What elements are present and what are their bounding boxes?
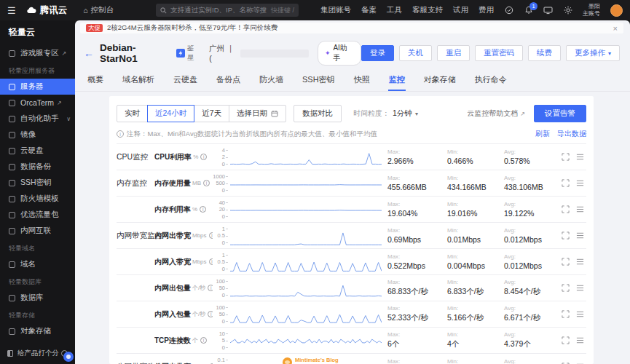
search-input[interactable]: 支持通过实例ID、IP、名称等搜索资源 快捷键 / [156, 4, 299, 17]
navbar-item[interactable]: 费用 [479, 5, 494, 15]
sidebar-item-image[interactable]: 镜像 [0, 127, 75, 143]
stat-min: Min:4个 [441, 331, 498, 349]
tab-8[interactable]: 监控 [388, 71, 406, 91]
expand-chart-icon[interactable] [562, 205, 570, 213]
range-button[interactable]: 近7天 [194, 105, 229, 122]
sparkline-chart[interactable] [230, 226, 382, 246]
sparkline-chart[interactable] [230, 252, 382, 272]
range-button[interactable]: 选择日期 [229, 105, 286, 122]
info-icon[interactable]: i [208, 311, 213, 317]
feedback-fab-button[interactable] [63, 352, 74, 362]
circle-check-icon[interactable] [504, 6, 513, 15]
navbar-item[interactable]: 客服支持 [412, 5, 443, 15]
sparkline-chart[interactable]: Mintimate's Blogmintimate.cn [230, 357, 382, 364]
export-data-link[interactable]: 导出数据 [557, 129, 586, 139]
action-button[interactable]: 续费 [528, 45, 561, 61]
info-icon[interactable]: i [200, 154, 207, 160]
expand-chart-icon[interactable] [562, 153, 570, 161]
close-icon[interactable]: × [613, 24, 618, 33]
info-icon[interactable]: i [203, 180, 210, 186]
console-link[interactable]: ⌂ 控制台 [83, 5, 114, 15]
tencent-cloud-logo[interactable]: 腾讯云 [26, 4, 68, 17]
sidebar-item-domain[interactable]: 域名 [0, 256, 75, 272]
action-button[interactable]: 重启 [437, 45, 470, 61]
range-button[interactable]: 近24小时 [147, 105, 194, 122]
sidebar-item-gamepad[interactable]: 游戏服专区↗ [0, 45, 75, 61]
sidebar-item-terminal[interactable]: OrcaTerm↗ [0, 95, 75, 111]
sparkline-chart[interactable] [230, 331, 382, 351]
sidebar-item-assistant[interactable]: 自动化助手∨ [0, 111, 75, 127]
user-account[interactable]: 墨阳 主账号 [583, 3, 600, 17]
tab-1[interactable]: 概要 [87, 71, 104, 91]
bell-icon[interactable]: 1 [524, 6, 533, 15]
navbar-item[interactable]: 工具 [387, 5, 402, 15]
tab-2[interactable]: 域名解析 [122, 71, 155, 91]
refresh-link[interactable]: 刷新 [535, 129, 550, 139]
expand-chart-icon[interactable] [562, 258, 570, 266]
tab-4[interactable]: 备份点 [216, 71, 241, 91]
chart-menu-icon[interactable] [576, 205, 584, 213]
tab-9[interactable]: 对象存储 [423, 71, 457, 91]
chart-menu-icon[interactable] [576, 284, 584, 292]
navbar-item[interactable]: 备案 [361, 5, 377, 15]
sidebar-item-firewall[interactable]: 防火墙模板 [0, 191, 75, 207]
screen-icon[interactable] [543, 6, 553, 15]
expand-chart-icon[interactable] [562, 310, 570, 318]
range-button[interactable]: 实时 [117, 105, 148, 122]
sidebar-item-backup[interactable]: 数据备份 [0, 159, 75, 175]
info-icon[interactable]: i [200, 206, 206, 213]
navbar-item[interactable]: 集团账号 [320, 5, 351, 15]
sidebar-item-storage[interactable]: 对象存储 [0, 323, 75, 339]
tab-6[interactable]: SSH密钥 [302, 71, 336, 91]
tab-10[interactable]: 执行命令 [474, 71, 508, 91]
expand-chart-icon[interactable] [562, 336, 570, 344]
gear-icon[interactable] [563, 6, 572, 15]
granularity-select[interactable]: 1分钟 [393, 108, 412, 119]
sidebar-item-network[interactable]: 内网互联 [0, 223, 75, 239]
rate-product-link[interactable]: 给产品打个分 [17, 349, 68, 358]
sparkline-chart[interactable] [230, 304, 382, 325]
chart-menu-icon[interactable] [576, 336, 584, 344]
sidebar-item-traffic[interactable]: 优选流量包 [0, 207, 75, 223]
top-navbar: ☰ 腾讯云 ⌂ 控制台 支持通过实例ID、IP、名称等搜索资源 快捷键 / 集团… [0, 0, 630, 20]
action-button[interactable]: 重置密码 [475, 45, 523, 61]
expand-chart-icon[interactable] [562, 284, 570, 292]
set-alarm-button[interactable]: 设置告警 [534, 105, 586, 122]
sparkline-chart[interactable] [230, 199, 382, 220]
navbar-item[interactable]: 试用 [453, 5, 468, 15]
chart-menu-icon[interactable] [576, 153, 584, 161]
expand-chart-icon[interactable] [562, 179, 570, 187]
back-arrow-icon[interactable]: ← [84, 47, 94, 59]
sidebar-item-server[interactable]: 服务器 [0, 79, 75, 95]
chart-menu-icon[interactable] [576, 310, 584, 318]
sidebar-item-database[interactable]: 数据库 [0, 290, 75, 306]
sidebar-section-label: 轻量存储 [0, 306, 75, 323]
chart-menu-icon[interactable] [576, 232, 584, 240]
avatar[interactable] [610, 4, 623, 17]
sidebar-item-disk[interactable]: 云硬盘 [0, 143, 75, 159]
hamburger-menu-icon[interactable]: ☰ [7, 5, 16, 16]
sparkline-chart[interactable] [230, 147, 382, 167]
stat-avg: Avg:8.454个/秒 [498, 279, 559, 297]
tab-7[interactable]: 快照 [353, 71, 371, 91]
sparkline-chart[interactable] [230, 278, 382, 298]
sidebar-item-key[interactable]: SSH密钥 [0, 175, 75, 191]
chart-menu-icon[interactable] [576, 179, 584, 187]
data-compare-button[interactable]: 数据对比 [294, 105, 342, 122]
login-button[interactable]: 登录 [361, 45, 394, 61]
sparkline-chart[interactable] [230, 173, 382, 194]
tab-3[interactable]: 云硬盘 [173, 71, 198, 91]
chevron-down-icon: ▾ [415, 111, 418, 117]
chart-row: 内网出包量 个/秒 i 100500 Max:68.833个/秒 Min:6.8… [117, 274, 586, 301]
info-icon[interactable]: i [208, 285, 213, 291]
help-doc-link[interactable]: 云监控帮助文档 ↗ [467, 108, 525, 119]
ai-assistant-button[interactable]: ✦ AI助手 [318, 41, 361, 66]
shortcut-hint: 快捷键 / [271, 6, 294, 15]
chart-menu-icon[interactable] [576, 258, 584, 266]
more-actions-button[interactable]: 更多操作▾ [566, 45, 620, 61]
expand-chart-icon[interactable] [562, 232, 570, 240]
info-icon[interactable]: i [200, 337, 207, 344]
collapse-sidebar-icon[interactable] [7, 350, 13, 357]
tab-5[interactable]: 防火墙 [259, 71, 284, 91]
action-button[interactable]: 关机 [399, 45, 432, 61]
